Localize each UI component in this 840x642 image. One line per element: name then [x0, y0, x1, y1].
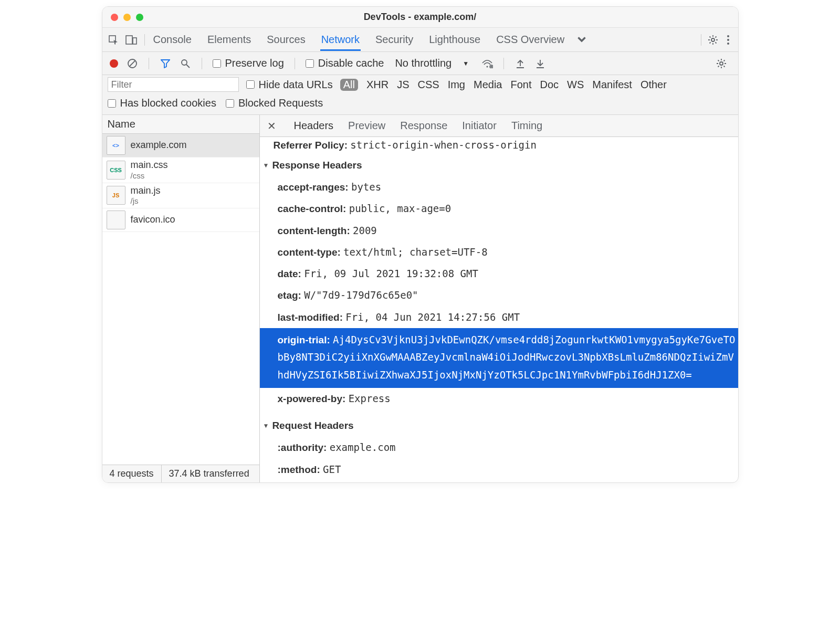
- detail-tab-initiator[interactable]: Initiator: [462, 120, 497, 132]
- preserve-log-checkbox[interactable]: Preserve log: [213, 57, 284, 69]
- filter-type-media[interactable]: Media: [474, 79, 502, 91]
- network-toolbar: Preserve log Disable cache No throttling…: [102, 52, 738, 75]
- throttling-caret-icon[interactable]: ▼: [463, 60, 469, 67]
- status-bar: 4 requests 37.4 kB transferred: [102, 465, 259, 482]
- filter-type-other[interactable]: Other: [640, 79, 667, 91]
- response-headers-section[interactable]: ▼ Response Headers: [260, 154, 738, 176]
- separator: [144, 34, 145, 46]
- minimize-window-button[interactable]: [123, 14, 131, 21]
- filter-type-manifest[interactable]: Manifest: [592, 79, 632, 91]
- header-value: public, max-age=0: [349, 203, 451, 214]
- header-row[interactable]: :path: /: [260, 480, 738, 482]
- header-row[interactable]: :method: GET: [260, 459, 738, 480]
- request-row[interactable]: <>example.com: [102, 134, 259, 157]
- header-key: content-type:: [278, 247, 341, 258]
- header-row[interactable]: cache-control: public, max-age=0: [260, 198, 738, 219]
- tab-sources[interactable]: Sources: [266, 28, 306, 51]
- filter-input[interactable]: [108, 77, 239, 92]
- header-row[interactable]: x-powered-by: Express: [260, 388, 738, 409]
- devtools-window: DevTools - example.com/ ConsoleElementsS…: [102, 6, 739, 483]
- has-blocked-cookies-input[interactable]: [108, 99, 116, 108]
- clear-icon[interactable]: [127, 58, 138, 69]
- kebab-menu-icon[interactable]: [727, 35, 730, 45]
- close-detail-icon[interactable]: ✕: [267, 120, 276, 132]
- header-value: Fri, 04 Jun 2021 14:27:56 GMT: [345, 311, 520, 323]
- header-row[interactable]: etag: W/"7d9-179d76c65e0": [260, 285, 738, 306]
- header-row[interactable]: content-type: text/html; charset=UTF-8: [260, 241, 738, 263]
- request-row[interactable]: favicon.ico: [102, 208, 259, 232]
- request-list: <>example.comCSSmain.css/cssJSmain.js/js…: [102, 134, 259, 465]
- hide-data-urls-input[interactable]: [246, 80, 255, 89]
- request-path: /css: [131, 171, 168, 181]
- detail-tab-headers[interactable]: Headers: [294, 120, 334, 132]
- svg-line-10: [186, 65, 190, 68]
- filter-type-img[interactable]: Img: [448, 79, 465, 91]
- header-row[interactable]: date: Fri, 09 Jul 2021 19:32:08 GMT: [260, 263, 738, 285]
- filter-type-js[interactable]: JS: [397, 79, 409, 91]
- header-value: GET: [323, 464, 341, 475]
- search-icon[interactable]: [180, 58, 191, 69]
- header-row[interactable]: :authority: example.com: [260, 437, 738, 458]
- filter-type-ws[interactable]: WS: [567, 79, 584, 91]
- preserve-log-input[interactable]: [213, 59, 221, 68]
- svg-point-4: [727, 35, 729, 37]
- close-window-button[interactable]: [111, 14, 118, 21]
- header-row[interactable]: origin-trial: Aj4DysCv3VjknU3jJvkDEwnQZK…: [260, 328, 738, 388]
- request-row[interactable]: CSSmain.css/css: [102, 157, 259, 183]
- request-name: example.com: [131, 140, 187, 151]
- request-row[interactable]: JSmain.js/js: [102, 183, 259, 209]
- header-value: W/"7d9-179d76c65e0": [304, 289, 418, 301]
- network-settings-icon[interactable]: [716, 58, 727, 69]
- device-toolbar-icon[interactable]: [124, 33, 138, 47]
- maximize-window-button[interactable]: [136, 14, 143, 21]
- filter-toggle-icon[interactable]: [160, 58, 171, 69]
- has-blocked-cookies-checkbox[interactable]: Has blocked cookies: [108, 97, 216, 109]
- hide-data-urls-checkbox[interactable]: Hide data URLs: [246, 79, 333, 91]
- more-tabs-icon[interactable]: [575, 33, 589, 47]
- header-value: text/html; charset=UTF-8: [343, 246, 488, 258]
- disable-cache-checkbox[interactable]: Disable cache: [306, 57, 384, 69]
- filter-type-all[interactable]: All: [340, 79, 358, 91]
- blocked-requests-checkbox[interactable]: Blocked Requests: [226, 97, 323, 109]
- header-key: last-modified:: [278, 312, 343, 323]
- separator: [295, 58, 295, 69]
- settings-icon[interactable]: [708, 35, 718, 45]
- tab-css-overview[interactable]: CSS Overview: [495, 28, 565, 51]
- filter-type-css[interactable]: CSS: [418, 79, 439, 91]
- header-row[interactable]: content-length: 2009: [260, 220, 738, 241]
- disable-cache-input[interactable]: [306, 59, 314, 68]
- file-type-icon: [107, 211, 125, 229]
- detail-tabs-list: HeadersPreviewResponseInitiatorTiming: [294, 120, 543, 132]
- filter-type-doc[interactable]: Doc: [540, 79, 559, 91]
- response-headers-list: accept-ranges: bytescache-control: publi…: [260, 176, 738, 409]
- name-column-header[interactable]: Name: [102, 115, 259, 134]
- throttling-select[interactable]: No throttling: [392, 56, 454, 71]
- inspect-element-icon[interactable]: [107, 33, 120, 47]
- header-row[interactable]: last-modified: Fri, 04 Jun 2021 14:27:56…: [260, 307, 738, 328]
- download-har-icon[interactable]: [534, 58, 546, 69]
- tab-security[interactable]: Security: [374, 28, 414, 51]
- tab-console[interactable]: Console: [152, 28, 193, 51]
- network-conditions-icon[interactable]: [481, 58, 493, 69]
- detail-tab-preview[interactable]: Preview: [348, 120, 385, 132]
- filter-type-xhr[interactable]: XHR: [366, 79, 388, 91]
- request-headers-title: Request Headers: [272, 420, 353, 431]
- detail-tab-timing[interactable]: Timing: [511, 120, 542, 132]
- blocked-requests-input[interactable]: [226, 99, 234, 108]
- filter-type-font[interactable]: Font: [510, 79, 531, 91]
- tab-elements[interactable]: Elements: [206, 28, 252, 51]
- svg-rect-1: [126, 36, 132, 44]
- detail-tab-response[interactable]: Response: [400, 120, 447, 132]
- tab-network[interactable]: Network: [320, 28, 361, 51]
- header-key: x-powered-by:: [278, 393, 346, 404]
- tab-lighthouse[interactable]: Lighthouse: [428, 28, 481, 51]
- record-button[interactable]: [110, 59, 118, 68]
- upload-har-icon[interactable]: [514, 58, 526, 69]
- header-value: Fri, 09 Jul 2021 19:32:08 GMT: [304, 268, 478, 279]
- header-row[interactable]: accept-ranges: bytes: [260, 176, 738, 198]
- tabs-left-icons: [107, 33, 147, 47]
- filter-types: AllXHRJSCSSImgMediaFontDocWSManifestOthe…: [340, 79, 667, 91]
- request-headers-section[interactable]: ▼ Request Headers: [260, 415, 738, 437]
- headers-panel: Referrer Policy: strict-origin-when-cros…: [260, 137, 738, 482]
- main-tabs: ConsoleElementsSourcesNetworkSecurityLig…: [152, 28, 566, 51]
